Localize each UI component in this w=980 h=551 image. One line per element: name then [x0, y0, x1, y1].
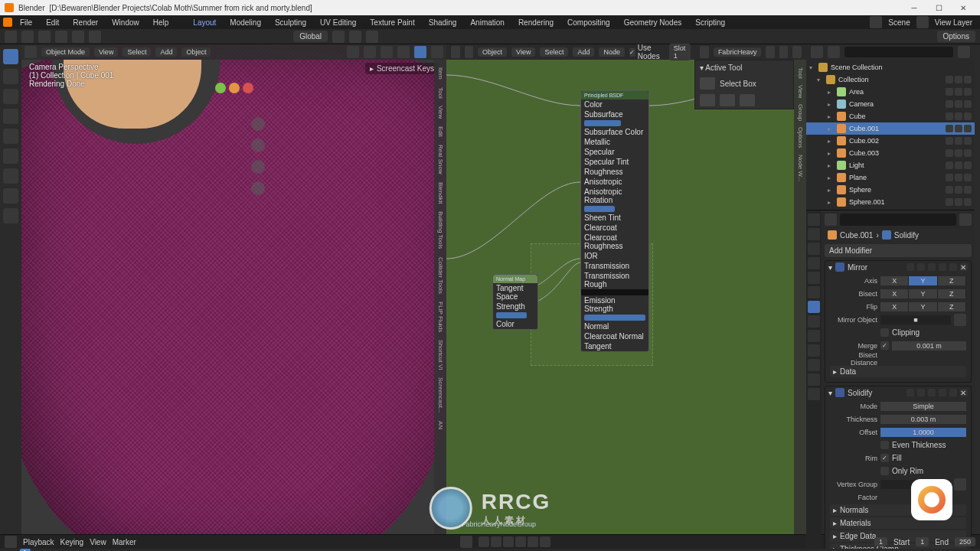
use-nodes-checkbox[interactable] [629, 48, 635, 57]
blender-logo-icon[interactable] [3, 18, 12, 27]
add-tool[interactable] [3, 208, 18, 223]
node-socket[interactable]: Emission Strength [581, 295, 648, 314]
annotate-tool[interactable] [3, 168, 18, 184]
outliner-search[interactable] [844, 47, 953, 57]
play-icon[interactable] [515, 536, 526, 547]
workspace-tab[interactable]: Shading [423, 17, 463, 28]
merge-field[interactable]: 0.001 m [892, 341, 966, 350]
mod-menu-icon[interactable] [949, 389, 957, 396]
filter-icon[interactable] [958, 46, 970, 58]
node-group-breadcrumb[interactable]: FabricHeavyNodeGroup [462, 520, 536, 528]
node-header[interactable]: Principled BSDF [581, 91, 648, 99]
mirror-object-field[interactable]: ■ [880, 315, 951, 324]
jump-end-icon[interactable] [540, 536, 550, 547]
viewlayer-tab-icon[interactable] [808, 243, 820, 255]
npanel-tab[interactable]: Item [437, 64, 444, 83]
menu-render[interactable]: Render [67, 17, 104, 28]
outliner-type-icon[interactable] [811, 46, 823, 58]
outliner-row-selected[interactable]: ▸Cube.001 [806, 122, 975, 135]
pivot-icon[interactable] [332, 31, 345, 43]
ne-tab[interactable]: View [797, 82, 804, 101]
offset-field[interactable]: 1.0000 [880, 428, 966, 437]
ne-menu-add[interactable]: Add [573, 47, 594, 57]
outliner-row[interactable]: ▸Camera [806, 98, 975, 110]
npanel-tab[interactable]: Blendkit [437, 179, 444, 207]
node-socket[interactable]: Metallic [581, 137, 648, 147]
axis-y-button[interactable]: Y [909, 276, 937, 285]
node-socket[interactable]: Tangent [581, 341, 648, 351]
menu-file[interactable]: File [14, 17, 38, 28]
texture-tab-icon[interactable] [808, 388, 820, 400]
mod-close-icon[interactable]: ✕ [960, 263, 968, 271]
unlink-icon[interactable] [792, 46, 802, 58]
sel-mode-icon[interactable] [55, 31, 67, 43]
shading-matprev-icon[interactable] [397, 46, 410, 58]
3d-viewport[interactable]: Object Mode View Select Add Object Camer… [21, 44, 446, 534]
npanel-tab[interactable]: Collider Tools [437, 254, 444, 297]
normal-map-node[interactable]: Normal Map Tangent Space Strength Color [492, 274, 538, 330]
tool-preset-icon[interactable] [740, 94, 755, 106]
render-tab-icon[interactable] [808, 214, 820, 226]
add-modifier-button[interactable]: Add Modifier [825, 244, 972, 257]
outliner-row[interactable]: ▾ Scene Collection [806, 61, 975, 73]
sel-mode-icon[interactable] [72, 31, 84, 43]
scene-icon[interactable] [870, 16, 882, 28]
prop-edit-icon[interactable] [366, 31, 378, 43]
scene-tab-icon[interactable] [808, 257, 820, 269]
output-tab-icon[interactable] [808, 228, 820, 240]
outliner-row[interactable]: ▾ Collection [806, 73, 975, 86]
npanel-tab[interactable]: Building Tools [437, 208, 444, 252]
sel-mode-icon[interactable] [38, 31, 51, 43]
outliner-row[interactable]: ▸Cube.003 [806, 147, 975, 159]
autokey-icon[interactable] [460, 536, 472, 548]
tool-preset-icon[interactable] [720, 94, 735, 106]
shading-rendered-icon[interactable] [414, 46, 426, 58]
npanel-tab[interactable]: Shortcut VI [437, 337, 444, 373]
mod-toggle-icon[interactable] [928, 389, 936, 396]
prev-key-icon[interactable] [491, 536, 501, 547]
outliner-row[interactable]: ▸Cube [806, 110, 975, 122]
material-icon[interactable] [700, 46, 709, 58]
node-socket[interactable]: Anisotropic [581, 177, 648, 187]
mode-dropdown[interactable]: Simple [880, 402, 966, 411]
npanel-tab[interactable]: Real Snow [437, 142, 444, 178]
timeline-type-icon[interactable] [5, 536, 17, 548]
perspective-icon[interactable] [251, 181, 265, 195]
new-mat-icon[interactable] [779, 46, 789, 58]
mod-toggle-icon[interactable] [917, 389, 925, 396]
orientation-dropdown[interactable]: Global [293, 31, 328, 42]
scale-tool[interactable] [3, 129, 18, 144]
ne-menu-node[interactable]: Node [599, 47, 625, 57]
npanel-tab[interactable]: AN [437, 418, 444, 432]
tl-playback[interactable]: Playback [23, 538, 54, 546]
ne-tab[interactable]: Options [797, 124, 804, 152]
props-type-icon[interactable] [825, 214, 837, 226]
mod-menu-icon[interactable] [949, 263, 957, 271]
scene-field[interactable]: Scene [888, 18, 910, 27]
npanel-tab[interactable]: FLIP Fluids [437, 298, 444, 335]
move-tool[interactable] [3, 89, 18, 104]
rotate-tool[interactable] [3, 109, 18, 124]
ne-menu-view[interactable]: View [511, 47, 535, 57]
select-box-icon[interactable] [700, 77, 715, 90]
current-frame-field[interactable]: 1 [874, 537, 887, 546]
workspace-tab[interactable]: Sculpting [269, 17, 312, 28]
axis-x-button[interactable]: X [880, 276, 909, 285]
shader-node-editor[interactable]: Object View Select Add Node Use Nodes Sl… [446, 44, 806, 534]
cursor-tool-icon[interactable] [21, 31, 34, 43]
only-rim-checkbox[interactable] [880, 467, 889, 475]
options-dropdown[interactable]: Options [937, 31, 975, 42]
workspace-tab[interactable]: UV Editing [314, 17, 362, 28]
close-button[interactable]: ✕ [951, 0, 975, 15]
shading-wire-icon[interactable] [364, 46, 376, 58]
outliner-row[interactable]: ▸Cube.002 [806, 135, 975, 147]
mod-toggle-icon[interactable] [939, 263, 946, 271]
pause-icon[interactable] [431, 46, 443, 58]
display-mode-icon[interactable] [828, 46, 840, 58]
workspace-tab[interactable]: Rendering [512, 17, 560, 28]
fill-checkbox[interactable] [880, 454, 889, 462]
data-tab-icon[interactable] [808, 359, 820, 371]
viewlayer-icon[interactable] [916, 16, 929, 28]
play-rev-icon[interactable] [503, 536, 514, 547]
tl-keying[interactable]: Keying [60, 538, 84, 546]
